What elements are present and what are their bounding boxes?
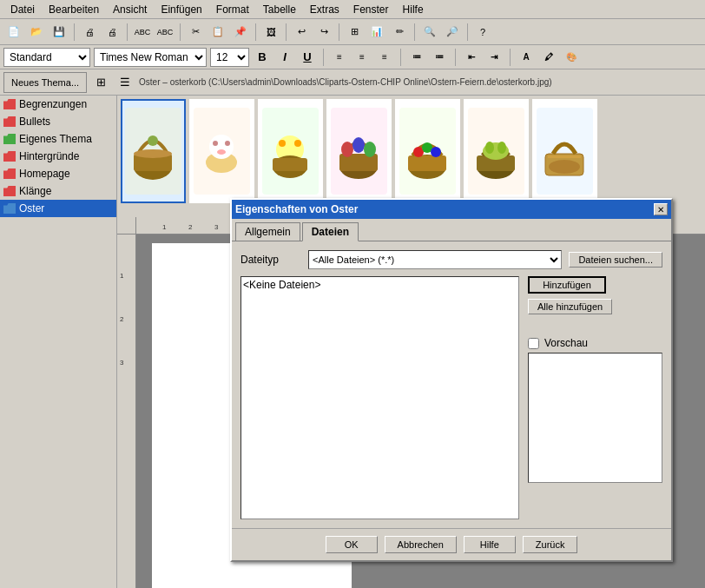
preview-checkbox-row: Vorschau <box>528 337 662 349</box>
files-list[interactable]: <Keine Dateien> <box>240 276 519 519</box>
dialog-close-button[interactable]: ✕ <box>654 203 668 215</box>
tab-allgemein[interactable]: Allgemein <box>235 222 300 241</box>
preview-box <box>528 353 662 483</box>
dialog-overlay: Eigenschaften von Oster ✕ Allgemein Date… <box>0 0 705 588</box>
dialog-titlebar: Eigenschaften von Oster ✕ <box>232 200 671 219</box>
action-buttons: Hinzufügen Alle hinzufügen Vorschau <box>528 276 662 519</box>
filetype-label: Dateityp <box>240 254 301 266</box>
files-section: <Keine Dateien> Hinzufügen Alle hinzufüg… <box>240 276 662 519</box>
hilfe-button[interactable]: Hilfe <box>464 536 516 553</box>
tab-dateien[interactable]: Dateien <box>302 222 359 241</box>
eigenschaften-dialog: Eigenschaften von Oster ✕ Allgemein Date… <box>230 198 673 562</box>
hinzufuegen-button[interactable]: Hinzufügen <box>528 276 606 294</box>
dialog-title: Eigenschaften von Oster <box>235 203 358 215</box>
vorschau-checkbox[interactable] <box>528 338 539 349</box>
preview-section: Vorschau <box>528 337 662 483</box>
abbrechen-button[interactable]: Abbrechen <box>385 536 457 553</box>
filetype-select[interactable]: <Alle Dateien> (*.*) <box>308 250 562 269</box>
dialog-tabs: Allgemein Dateien <box>232 219 671 241</box>
dialog-footer: OK Abbrechen Hilfe Zurück <box>232 528 671 560</box>
keine-dateien-label: <Keine Dateien> <box>243 279 320 291</box>
dialog-body: Dateityp <Alle Dateien> (*.*) Dateien su… <box>232 241 671 528</box>
vorschau-label: Vorschau <box>544 337 588 349</box>
zuruck-button[interactable]: Zurück <box>523 536 578 553</box>
filetype-row: Dateityp <Alle Dateien> (*.*) Dateien su… <box>240 250 662 269</box>
dateien-suchen-button[interactable]: Dateien suchen... <box>569 252 662 268</box>
ok-button[interactable]: OK <box>326 536 378 553</box>
alle-hinzufuegen-button[interactable]: Alle hinzufügen <box>528 299 612 314</box>
